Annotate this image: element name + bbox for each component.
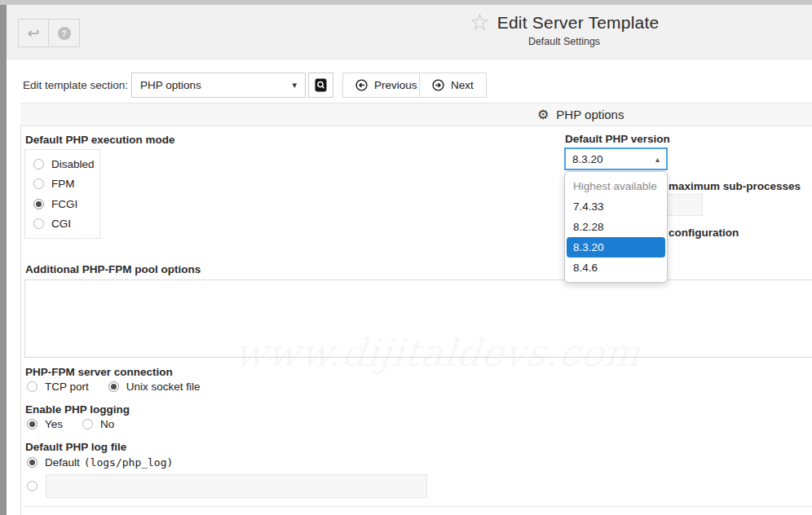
- logging-group: Yes No: [27, 418, 114, 430]
- exec-mode-option-fcgi[interactable]: FCGI: [33, 198, 99, 210]
- page: ↩ ? ☆ Edit Server Template Default Setti…: [0, 0, 812, 515]
- option-label: Yes: [45, 418, 63, 430]
- preview-icon: [315, 78, 327, 92]
- exec-mode-label: Default PHP execution mode: [25, 134, 175, 146]
- back-arrow-icon: ↩: [27, 26, 39, 41]
- exec-mode-group: Disabled FPM FCGI CGI: [24, 149, 100, 239]
- option-label: No: [100, 418, 114, 430]
- previous-button-label: Previous: [374, 79, 417, 91]
- arrow-left-circle-icon: [355, 79, 368, 91]
- max-subprocesses-label: maximum sub-processes: [669, 180, 801, 192]
- page-title: Edit Server Template: [497, 13, 660, 33]
- menu-item-7-4-33[interactable]: 7.4.33: [565, 196, 667, 217]
- radio-log-custom[interactable]: [27, 481, 38, 491]
- radio-logging-no[interactable]: [82, 419, 93, 429]
- left-edge-strip: [0, 5, 7, 515]
- connection-option-unix-socket[interactable]: Unix socket file: [108, 381, 201, 393]
- option-label: FPM: [51, 178, 75, 190]
- menu-item-8-4-6[interactable]: 8.4.6: [565, 258, 667, 278]
- pool-options-textarea[interactable]: [24, 280, 812, 358]
- previous-button[interactable]: Previous: [342, 73, 430, 98]
- header-button-group: ↩ ?: [18, 19, 80, 47]
- template-section-select[interactable]: PHP options ▾: [131, 73, 306, 98]
- connection-option-tcp[interactable]: TCP port: [27, 381, 89, 393]
- preview-section-button[interactable]: [308, 73, 333, 98]
- gear-icon: ⚙: [537, 108, 549, 121]
- page-subtitle: Default Settings: [310, 36, 812, 47]
- page-header: ↩ ? ☆ Edit Server Template Default Setti…: [7, 5, 812, 59]
- radio-logging-yes[interactable]: [27, 419, 38, 429]
- help-button[interactable]: ?: [49, 19, 80, 47]
- page-title-block: ☆ Edit Server Template Default Settings: [310, 11, 812, 47]
- custom-log-file-input[interactable]: [46, 474, 427, 498]
- chevron-down-icon: ▾: [292, 80, 297, 90]
- bottom-divider: [24, 506, 812, 507]
- section-title: PHP options: [556, 108, 624, 121]
- help-icon: ?: [58, 27, 71, 40]
- log-file-default-option[interactable]: Default (logs/php_log): [27, 456, 173, 469]
- radio-fcgi[interactable]: [33, 199, 44, 209]
- chevron-up-icon: ▴: [655, 155, 660, 164]
- server-connection-label: PHP-FPM server connection: [25, 366, 173, 378]
- php-version-label: Default PHP version: [565, 133, 670, 145]
- php-version-dropdown-menu: Highest available 7.4.33 8.2.28 8.3.20 8…: [564, 171, 668, 283]
- enable-logging-label: Enable PHP logging: [25, 403, 130, 416]
- radio-log-default[interactable]: [27, 457, 38, 468]
- pool-options-label: Additional PHP-FPM pool options: [25, 263, 201, 275]
- log-path-code: (logs/php_log): [84, 456, 174, 469]
- logging-option-yes[interactable]: Yes: [27, 418, 63, 430]
- menu-item-highest-available[interactable]: Highest available: [565, 176, 667, 196]
- option-label: TCP port: [45, 381, 89, 393]
- option-label: Unix socket file: [126, 381, 201, 393]
- option-label: CGI: [51, 218, 71, 230]
- radio-unix-socket[interactable]: [108, 381, 119, 392]
- menu-item-8-3-20[interactable]: 8.3.20: [567, 237, 665, 258]
- next-button-label: Next: [451, 79, 474, 91]
- option-label: Default: [45, 456, 80, 469]
- server-connection-group: TCP port Unix socket file: [27, 381, 201, 393]
- option-label: FCGI: [51, 198, 77, 210]
- back-button[interactable]: ↩: [18, 19, 49, 47]
- exec-mode-option-fpm[interactable]: FPM: [33, 178, 99, 190]
- arrow-right-circle-icon: [432, 79, 444, 91]
- section-select-label: Edit template section:: [23, 79, 128, 91]
- php-version-select[interactable]: 8.3.20 ▴: [564, 147, 668, 170]
- radio-cgi[interactable]: [33, 218, 44, 229]
- configuration-label: configuration: [669, 227, 739, 239]
- menu-item-8-2-28[interactable]: 8.2.28: [565, 217, 667, 237]
- exec-mode-option-disabled[interactable]: Disabled: [33, 158, 99, 170]
- radio-tcp-port[interactable]: [27, 381, 38, 392]
- star-icon[interactable]: ☆: [470, 11, 490, 34]
- section-select-value: PHP options: [140, 79, 201, 91]
- section-header-bar: ⚙ PHP options: [20, 103, 812, 126]
- php-version-value: 8.3.20: [572, 153, 603, 165]
- logging-option-no[interactable]: No: [82, 418, 114, 430]
- next-button[interactable]: Next: [419, 73, 487, 98]
- exec-mode-option-cgi[interactable]: CGI: [33, 218, 99, 230]
- option-label: Disabled: [51, 158, 95, 170]
- log-file-label: Default PHP log file: [25, 441, 126, 453]
- radio-fpm[interactable]: [33, 178, 44, 189]
- radio-disabled[interactable]: [33, 159, 44, 169]
